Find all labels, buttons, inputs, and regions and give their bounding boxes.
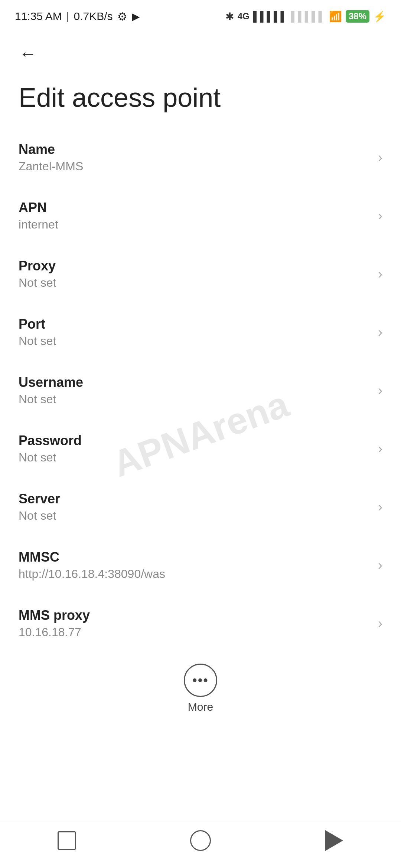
settings-item-label: Port <box>19 316 371 332</box>
settings-item-content: ProxyNot set <box>19 258 371 290</box>
chevron-right-icon: › <box>378 616 382 631</box>
chevron-right-icon: › <box>378 266 382 282</box>
settings-item-mms-proxy[interactable]: MMS proxy10.16.18.77› <box>0 594 401 652</box>
back-bar: ← <box>0 30 401 74</box>
settings-item-value: http://10.16.18.4:38090/was <box>19 567 371 581</box>
settings-item-label: MMS proxy <box>19 608 371 623</box>
signal-bars-icon: ▌▌▌▌▌ <box>253 11 287 22</box>
more-section: ••• More <box>0 652 401 721</box>
status-left: 11:35 AM | 0.7KB/s ⚙ ▶ <box>15 10 140 23</box>
chevron-right-icon: › <box>378 441 382 457</box>
bluetooth-icon: ✱ <box>225 10 234 23</box>
settings-icon: ⚙ <box>117 10 127 23</box>
signal-4g-icon: 4G <box>238 11 250 22</box>
status-speed: 0.7KB/s <box>74 10 113 23</box>
wifi-icon: 📶 <box>329 10 342 23</box>
back-arrow-icon: ← <box>19 45 37 63</box>
settings-item-content: MMS proxy10.16.18.77 <box>19 608 371 639</box>
chevron-right-icon: › <box>378 150 382 165</box>
settings-item-apn[interactable]: APNinternet› <box>0 187 401 245</box>
camera-icon: ▶ <box>132 10 140 23</box>
nav-back-icon <box>325 830 343 851</box>
settings-item-content: PortNot set <box>19 316 371 348</box>
settings-item-label: Proxy <box>19 258 371 274</box>
nav-recents-button[interactable] <box>52 826 82 855</box>
settings-item-value: Not set <box>19 334 371 348</box>
status-time: 11:35 AM <box>15 10 62 23</box>
charging-icon: ⚡ <box>373 10 386 23</box>
settings-item-content: APNinternet <box>19 200 371 231</box>
settings-item-label: Username <box>19 375 371 390</box>
settings-item-password[interactable]: PasswordNot set› <box>0 420 401 478</box>
settings-item-label: Server <box>19 491 371 507</box>
settings-item-content: UsernameNot set <box>19 375 371 406</box>
settings-item-value: Not set <box>19 451 371 464</box>
chevron-right-icon: › <box>378 325 382 340</box>
settings-item-label: APN <box>19 200 371 216</box>
settings-item-value: Not set <box>19 392 371 406</box>
chevron-right-icon: › <box>378 499 382 515</box>
status-separator: | <box>66 10 69 23</box>
settings-item-value: Zantel-MMS <box>19 160 371 173</box>
settings-item-label: Name <box>19 142 371 157</box>
settings-item-username[interactable]: UsernameNot set› <box>0 361 401 420</box>
back-button[interactable]: ← <box>15 41 41 67</box>
nav-home-icon <box>190 830 211 851</box>
signal-bars2-icon: ▌▌▌▌▌ <box>291 11 325 22</box>
status-bar: 11:35 AM | 0.7KB/s ⚙ ▶ ✱ 4G ▌▌▌▌▌ ▌▌▌▌▌ … <box>0 0 401 30</box>
settings-item-content: MMSChttp://10.16.18.4:38090/was <box>19 549 371 581</box>
settings-item-port[interactable]: PortNot set› <box>0 303 401 361</box>
settings-item-label: Password <box>19 433 371 448</box>
status-right: ✱ 4G ▌▌▌▌▌ ▌▌▌▌▌ 📶 38 % ⚡ <box>225 10 386 23</box>
battery-percent: 38 <box>349 11 359 22</box>
settings-item-content: ServerNot set <box>19 491 371 523</box>
settings-item-value: 10.16.18.77 <box>19 625 371 639</box>
settings-item-content: NameZantel-MMS <box>19 142 371 173</box>
settings-item-proxy[interactable]: ProxyNot set› <box>0 245 401 303</box>
settings-item-name[interactable]: NameZantel-MMS› <box>0 128 401 187</box>
settings-item-server[interactable]: ServerNot set› <box>0 478 401 536</box>
settings-item-value: internet <box>19 218 371 231</box>
nav-home-button[interactable] <box>186 826 215 855</box>
settings-item-value: Not set <box>19 509 371 523</box>
settings-item-mmsc[interactable]: MMSChttp://10.16.18.4:38090/was› <box>0 536 401 594</box>
nav-back-button[interactable] <box>319 826 349 855</box>
settings-item-label: MMSC <box>19 549 371 565</box>
chevron-right-icon: › <box>378 558 382 573</box>
battery-indicator: 38 % <box>346 10 369 23</box>
settings-list: NameZantel-MMS›APNinternet›ProxyNot set›… <box>0 128 401 652</box>
chevron-right-icon: › <box>378 208 382 224</box>
nav-recents-icon <box>58 831 76 850</box>
navigation-bar <box>0 820 401 868</box>
page-title: Edit access point <box>0 74 401 128</box>
more-dots-icon: ••• <box>192 674 209 687</box>
battery-percent-sign: % <box>359 11 366 22</box>
chevron-right-icon: › <box>378 383 382 398</box>
settings-item-value: Not set <box>19 276 371 290</box>
more-label: More <box>188 701 213 713</box>
settings-item-content: PasswordNot set <box>19 433 371 464</box>
more-button[interactable]: ••• <box>184 664 217 697</box>
